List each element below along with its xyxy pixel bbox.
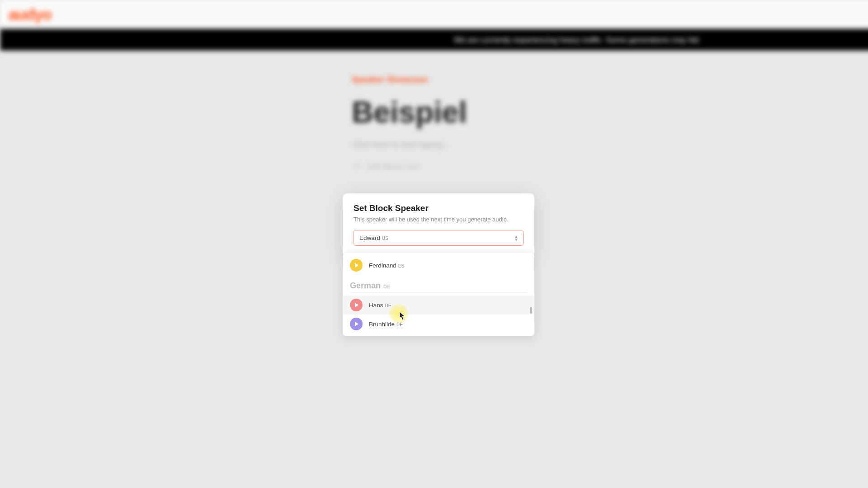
add-block-label: Add Block: text	[368, 161, 420, 170]
speaker-option-hans[interactable]: Hans DE	[343, 296, 534, 314]
editor-placeholder[interactable]: Click here to start typing...	[352, 140, 712, 149]
option-lang: DE	[385, 303, 392, 308]
speaker-dropdown-list[interactable]: Ferdinand ES German DE Hans DE Brunhilde…	[343, 253, 534, 336]
speaker-select[interactable]: Edward US ▴▾	[354, 230, 524, 246]
option-lang: DE	[396, 322, 403, 327]
dropdown-scrollbar[interactable]	[530, 307, 532, 314]
language-group-header: German DE	[350, 275, 527, 293]
breadcrumb[interactable]: Speaker Showcase	[352, 75, 712, 84]
speaker-option-ferdinand[interactable]: Ferdinand ES	[343, 256, 534, 275]
play-preview-icon[interactable]	[350, 299, 363, 311]
play-preview-icon[interactable]	[350, 318, 363, 330]
add-block-button[interactable]: Add Block: text	[352, 161, 712, 170]
option-lang: ES	[398, 263, 404, 268]
play-preview-icon[interactable]	[350, 259, 363, 272]
plus-icon	[352, 161, 361, 170]
set-block-speaker-modal: Set Block Speaker This speaker will be u…	[343, 193, 534, 257]
speaker-option-brunhilde[interactable]: Brunhilde DE	[343, 314, 534, 333]
app-header: audyo Feedback +1 hour free AK	[0, 0, 868, 29]
modal-title: Set Block Speaker	[354, 203, 524, 213]
option-name: Ferdinand	[369, 262, 396, 269]
option-name: Hans	[369, 302, 383, 309]
selected-speaker-lang: US	[382, 236, 388, 241]
selected-speaker-name: Edward	[359, 235, 380, 241]
option-name: Brunhilde	[369, 321, 395, 328]
modal-subtitle: This speaker will be used the next time …	[354, 216, 524, 223]
chevrons-icon: ▴▾	[515, 235, 518, 241]
logo[interactable]: audyo	[9, 5, 52, 23]
traffic-warning-banner: We are currently experiencing heavy traf…	[0, 29, 868, 51]
page-title[interactable]: Beispiel	[352, 95, 712, 130]
